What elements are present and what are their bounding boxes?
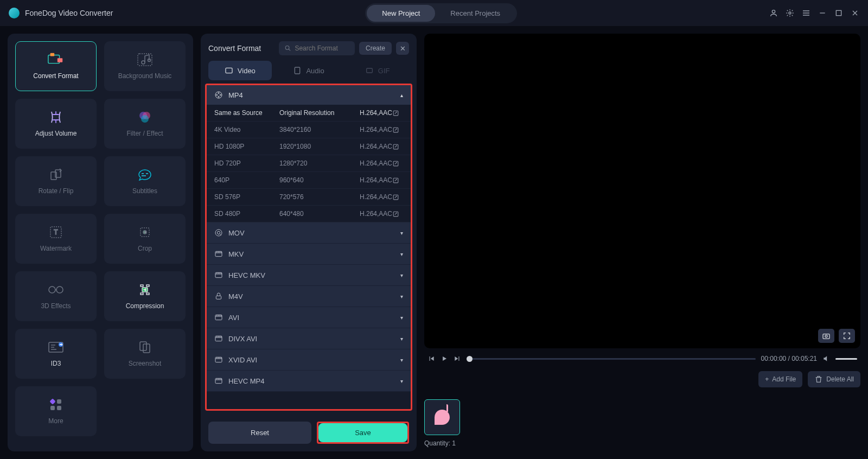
menu-icon[interactable] <box>802 9 810 17</box>
format-group-mov[interactable]: MOV▾ <box>207 222 411 244</box>
format-group-divx-avi[interactable]: DIVX AVI▾ <box>207 328 411 349</box>
caret-down-icon: ▾ <box>400 251 403 257</box>
caret-down-icon: ▾ <box>400 357 403 363</box>
format-row[interactable]: HD 720P1280*720H.264,AAC <box>207 155 411 172</box>
format-group-avi[interactable]: AVI▾ <box>207 307 411 328</box>
film-icon <box>214 250 223 258</box>
tool-label: Watermark <box>40 245 72 252</box>
volume-icon[interactable] <box>822 355 830 362</box>
edit-icon[interactable] <box>392 160 399 167</box>
tool-icon <box>47 283 65 297</box>
lock-icon <box>214 292 223 301</box>
settings-icon[interactable] <box>786 9 794 17</box>
app-logo <box>9 8 20 18</box>
svg-point-11 <box>141 115 149 123</box>
svg-rect-2 <box>836 10 841 15</box>
plus-icon: + <box>765 375 769 383</box>
edit-icon[interactable] <box>392 143 399 150</box>
close-window-icon[interactable] <box>851 9 859 17</box>
tool-crop[interactable]: Crop <box>104 214 186 264</box>
caret-down-icon: ▾ <box>400 230 403 236</box>
reset-button[interactable]: Reset <box>208 422 311 444</box>
next-button[interactable] <box>454 355 461 362</box>
minimize-icon[interactable] <box>818 9 827 17</box>
tool-filter-effect[interactable]: Filter / Effect <box>104 99 186 149</box>
tool-icon <box>47 168 65 182</box>
svg-rect-25 <box>49 398 55 404</box>
svg-rect-31 <box>295 67 300 74</box>
format-row[interactable]: 640P960*640H.264,AAC <box>207 172 411 189</box>
svg-point-34 <box>218 93 219 94</box>
media-thumbnail[interactable] <box>424 399 460 435</box>
search-format-input[interactable] <box>279 41 355 55</box>
tool-adjust-volume[interactable]: Adjust Volume <box>15 99 97 149</box>
subtab-gif[interactable]: GIF <box>346 61 409 80</box>
add-file-button[interactable]: +Add File <box>758 371 802 387</box>
tool-label: 3D Effects <box>41 302 71 310</box>
user-icon[interactable] <box>769 9 778 17</box>
format-name: MOV <box>228 229 245 237</box>
format-group-mp4[interactable]: MP4 ▴ <box>207 85 411 105</box>
caret-up-icon: ▴ <box>400 92 403 98</box>
tool-label: ID3 <box>51 360 61 367</box>
maximize-icon[interactable] <box>834 9 843 17</box>
quality-label: 640P <box>214 176 279 184</box>
tool-watermark[interactable]: TWatermark <box>15 214 97 264</box>
tool-subtitles[interactable]: Subtitles <box>104 156 186 206</box>
tool-rotate-flip[interactable]: Rotate / Flip <box>15 156 97 206</box>
tool-id3[interactable]: ID3 <box>15 329 97 379</box>
tool-more[interactable]: More <box>15 386 97 436</box>
subtab-video[interactable]: Video <box>208 61 272 80</box>
format-group-m4v[interactable]: M4V▾ <box>207 286 411 307</box>
tool-convert-format[interactable]: Convert Format <box>15 41 97 91</box>
codec-label: H.264,AAC <box>360 143 392 150</box>
film-icon <box>214 313 223 322</box>
codec-label: H.264,AAC <box>360 160 392 167</box>
tab-new-project[interactable]: New Project <box>367 5 435 22</box>
tab-recent-projects[interactable]: Recent Projects <box>435 5 515 22</box>
quality-label: SD 576P <box>214 193 279 201</box>
music-note-icon <box>435 410 450 425</box>
tool-icon <box>136 340 154 354</box>
save-button[interactable]: Save <box>318 423 407 442</box>
volume-slider[interactable] <box>835 358 857 360</box>
tool-compression[interactable]: Compression <box>104 271 186 321</box>
edit-icon[interactable] <box>392 126 399 133</box>
edit-icon[interactable] <box>392 194 399 201</box>
edit-icon[interactable] <box>392 177 399 184</box>
format-group-hevc-mkv[interactable]: HEVC MKV▾ <box>207 265 411 286</box>
edit-icon[interactable] <box>392 110 399 117</box>
format-name: DIVX AVI <box>228 335 257 343</box>
seek-slider[interactable] <box>467 358 756 360</box>
play-button[interactable] <box>441 355 448 362</box>
format-row[interactable]: HD 1080P1920*1080H.264,AAC <box>207 138 411 155</box>
format-group-xvid-avi[interactable]: XVID AVI▾ <box>207 349 411 371</box>
format-row[interactable]: SD 480P640*480H.264,AAC <box>207 206 411 222</box>
subtab-audio[interactable]: Audio <box>277 61 341 80</box>
film-icon <box>214 377 223 385</box>
tool-3d-effects[interactable]: 3D Effects <box>15 271 97 321</box>
previous-button[interactable] <box>427 355 435 362</box>
quality-label: HD 720P <box>214 160 279 167</box>
format-group-mkv[interactable]: MKV▾ <box>207 244 411 265</box>
resolution-label: 640*480 <box>279 210 360 218</box>
tool-background-music[interactable]: Background Music <box>104 41 186 91</box>
tool-label: Adjust Volume <box>35 130 77 137</box>
svg-point-35 <box>216 94 218 95</box>
tool-screenshot[interactable]: Screenshot <box>104 329 186 379</box>
format-row[interactable]: 4K Video3840*2160H.264,AAC <box>207 122 411 138</box>
close-panel-button[interactable]: ✕ <box>396 42 409 55</box>
svg-point-1 <box>789 12 791 14</box>
create-button[interactable]: Create <box>359 42 392 55</box>
svg-text:T: T <box>54 228 58 236</box>
fullscreen-button[interactable] <box>839 329 855 343</box>
format-group-hevc-mp4[interactable]: HEVC MP4▾ <box>207 371 411 392</box>
resolution-label: 720*576 <box>279 193 360 201</box>
edit-icon[interactable] <box>392 211 399 218</box>
format-name: M4V <box>228 292 243 301</box>
delete-all-button[interactable]: Delete All <box>808 371 860 387</box>
film-icon <box>214 334 223 343</box>
snapshot-button[interactable] <box>818 329 834 343</box>
format-row[interactable]: Same as SourceOriginal ResolutionH.264,A… <box>207 105 411 122</box>
format-row[interactable]: SD 576P720*576H.264,AAC <box>207 189 411 206</box>
